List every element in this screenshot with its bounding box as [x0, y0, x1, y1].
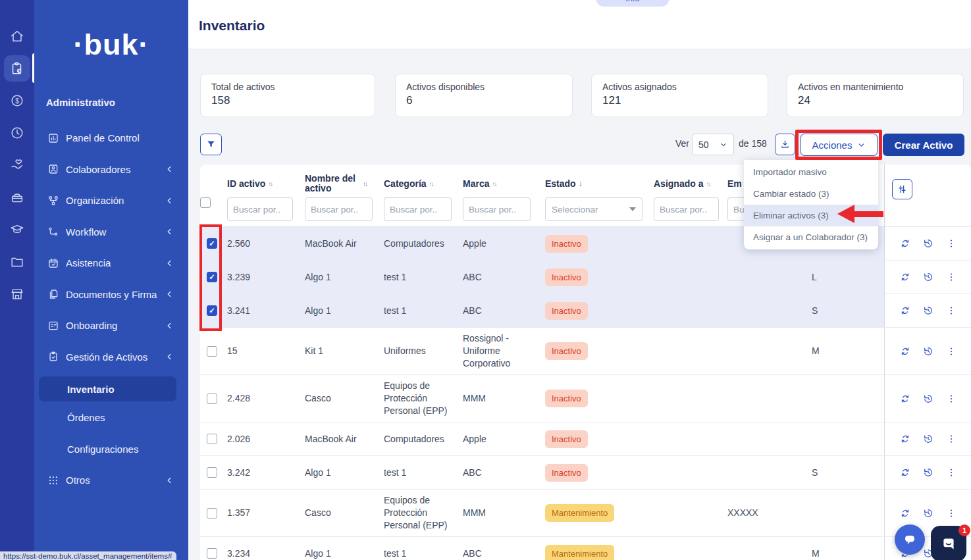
- page-size-select[interactable]: 50: [692, 134, 734, 155]
- sidebar-item-otros[interactable]: Otros: [34, 465, 188, 496]
- sidebar-item-colaboradores[interactable]: Colaboradores: [34, 154, 188, 186]
- status-badge: Inactivo: [545, 342, 588, 360]
- filter-marca-input[interactable]: [463, 197, 531, 221]
- column-header-empresa[interactable]: Em: [727, 179, 742, 189]
- cell-asignado: [650, 347, 724, 356]
- history-icon[interactable]: [922, 467, 934, 478]
- row-checkbox[interactable]: [207, 346, 217, 357]
- table-row[interactable]: 2.026 MacBook Air Computadores Apple Ina…: [200, 422, 971, 456]
- filter-estado-select[interactable]: Seleccionar: [545, 197, 643, 221]
- column-header-nombre[interactable]: Nombre del activo: [305, 174, 360, 193]
- change-state-icon[interactable]: [899, 393, 911, 405]
- select-all-checkbox[interactable]: [200, 197, 211, 208]
- history-icon[interactable]: [922, 238, 934, 249]
- sidebar-item-documentos-y-firma[interactable]: Documentos y Firma: [34, 279, 188, 311]
- kebab-menu-icon[interactable]: [945, 271, 957, 283]
- sort-icon[interactable]: ↑↓: [268, 179, 272, 189]
- change-state-icon[interactable]: [899, 507, 911, 519]
- sidebar-item-gestion-de-activos[interactable]: Gestión de Activos: [34, 342, 188, 373]
- chevron-down-icon: [857, 141, 866, 149]
- rail-home[interactable]: [0, 20, 34, 52]
- kebab-menu-icon[interactable]: [945, 345, 957, 357]
- sidebar-subitem-configuraciones[interactable]: Configuraciones: [34, 433, 188, 465]
- filter-asignado-input[interactable]: [654, 197, 719, 221]
- rail-training[interactable]: [0, 213, 34, 245]
- change-state-icon[interactable]: [899, 345, 911, 357]
- table-row[interactable]: 2.428 Casco Equipos de Protección Person…: [200, 375, 971, 422]
- history-icon[interactable]: [922, 271, 934, 283]
- row-checkbox[interactable]: [207, 508, 217, 519]
- rail-talent[interactable]: [0, 181, 34, 213]
- rail-benefits[interactable]: [0, 149, 34, 181]
- column-header-id[interactable]: ID activo: [227, 179, 265, 189]
- sort-icon[interactable]: ↑↓: [429, 179, 433, 189]
- table-row[interactable]: 3.241 Algo 1 test 1 ABC Inactivo S: [200, 294, 971, 328]
- table-row[interactable]: 15 Kit 1 Uniformes Rossignol - Uniforme …: [200, 328, 971, 375]
- row-checkbox[interactable]: [207, 272, 217, 282]
- change-state-icon[interactable]: [899, 305, 911, 317]
- row-checkbox[interactable]: [207, 548, 217, 559]
- sort-desc-icon[interactable]: ↓: [579, 179, 583, 189]
- rail-assets[interactable]: [0, 52, 34, 84]
- sidebar-subitem-inventario[interactable]: Inventario: [39, 376, 176, 401]
- row-checkbox[interactable]: [207, 238, 217, 249]
- row-checkbox[interactable]: [207, 434, 217, 444]
- column-header-categoria[interactable]: Categoría: [384, 179, 427, 189]
- menu-item-cambiar-estado[interactable]: Cambiar estado (3): [744, 183, 878, 205]
- stat-card-disponibles: Activos disponibles 6: [395, 74, 573, 117]
- column-header-estado[interactable]: Estado: [545, 179, 576, 189]
- filter-button[interactable]: [200, 134, 222, 155]
- row-checkbox[interactable]: [207, 467, 217, 478]
- table-row[interactable]: 3.242 Algo 1 test 1 ABC Inactivo S: [200, 456, 971, 490]
- filter-id-input[interactable]: [227, 197, 293, 221]
- kebab-menu-icon[interactable]: [945, 467, 957, 478]
- sidebar-item-onboarding[interactable]: Onboarding: [34, 310, 188, 342]
- rail-remunerations[interactable]: $: [0, 84, 34, 116]
- table-row[interactable]: 3.234 Algo 1 test 1 ABC Mantenimiento M: [200, 537, 971, 560]
- sort-icon[interactable]: ↑↓: [492, 179, 496, 189]
- kebab-menu-icon[interactable]: [945, 305, 957, 317]
- sort-icon[interactable]: ↑↓: [706, 179, 710, 189]
- cell-nombre: Casco: [302, 502, 381, 524]
- buk-logo[interactable]: ·buk·: [34, 28, 188, 62]
- column-header-asignado[interactable]: Asignado a: [654, 179, 703, 189]
- chat-launcher-button[interactable]: [895, 524, 925, 555]
- change-state-icon[interactable]: [899, 467, 911, 478]
- kebab-menu-icon[interactable]: [945, 433, 957, 445]
- filter-nombre-input[interactable]: [305, 197, 373, 221]
- history-icon[interactable]: [922, 507, 934, 519]
- rail-marketplace[interactable]: [0, 278, 34, 310]
- row-checkbox[interactable]: [207, 394, 217, 404]
- download-button[interactable]: [775, 134, 795, 155]
- change-state-icon[interactable]: [899, 433, 911, 445]
- column-header-marca[interactable]: Marca: [463, 179, 489, 189]
- rail-time[interactable]: [0, 116, 34, 149]
- sidebar-subitem-ordenes[interactable]: Órdenes: [34, 401, 188, 433]
- cell-marca: ABC: [459, 462, 542, 484]
- change-state-icon[interactable]: [899, 238, 911, 249]
- actions-button[interactable]: Acciones: [800, 134, 878, 156]
- column-settings-button[interactable]: [892, 179, 912, 199]
- rail-documents[interactable]: [0, 245, 34, 278]
- kebab-menu-icon[interactable]: [945, 507, 957, 519]
- sidebar-item-asistencia[interactable]: Asistencia: [34, 247, 188, 279]
- sidebar-item-organizacion[interactable]: Organización: [34, 185, 188, 216]
- create-asset-button[interactable]: Crear Activo: [883, 134, 964, 156]
- change-state-icon[interactable]: [899, 271, 911, 283]
- filter-categoria-input[interactable]: [384, 197, 452, 221]
- table-row[interactable]: 3.239 Algo 1 test 1 ABC Inactivo L: [200, 261, 971, 294]
- kebab-menu-icon[interactable]: [945, 393, 957, 405]
- history-icon[interactable]: [922, 393, 934, 405]
- history-icon[interactable]: [922, 305, 934, 317]
- kebab-menu-icon[interactable]: [945, 238, 957, 249]
- menu-item-importador-masivo[interactable]: Importador masivo: [744, 161, 878, 183]
- menu-item-asignar-colaborador[interactable]: Asignar a un Colaborador (3): [744, 226, 878, 248]
- table-row[interactable]: 1.357 Casco Equipos de Protección Person…: [200, 490, 971, 537]
- history-icon[interactable]: [922, 345, 934, 357]
- row-checkbox[interactable]: [207, 305, 217, 316]
- menu-item-eliminar-activos[interactable]: Eliminar activos (3): [744, 205, 878, 226]
- history-icon[interactable]: [922, 433, 934, 445]
- sidebar-item-workflow[interactable]: Workflow: [34, 216, 188, 248]
- sort-icon[interactable]: ↑↓: [363, 179, 367, 189]
- sidebar-item-panel-de-control[interactable]: Panel de Control: [34, 122, 188, 154]
